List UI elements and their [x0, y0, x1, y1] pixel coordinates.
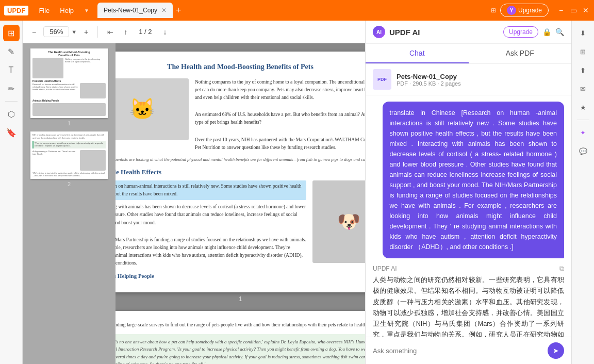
- new-tab-button[interactable]: +: [176, 5, 182, 16]
- intro-text: Nothing compares to the joy of coming ho…: [195, 78, 365, 152]
- file-meta: PDF · 290.5 KB · 2 pages: [397, 80, 564, 87]
- ai-logo-icon: AI: [373, 26, 385, 38]
- rs-ai-sparkle-icon[interactable]: ✦: [575, 124, 591, 141]
- ai-header: AI UPDF AI Upgrade 🔒 🔍: [366, 21, 571, 44]
- sidebar-edit-icon[interactable]: ✎: [3, 43, 20, 60]
- rs-grid-icon[interactable]: ⊞: [575, 43, 591, 60]
- sidebar-layers-icon[interactable]: ⬡: [3, 106, 20, 122]
- chat-input-area: ➤: [366, 337, 571, 364]
- window-controls: − ▭ ✕: [557, 6, 590, 14]
- page-2-thumbnail: NIH is funding large-scale surveys to fi…: [30, 131, 108, 179]
- upgrade-label: Upgrade: [518, 7, 542, 14]
- nav-next-button[interactable]: ↓: [160, 26, 170, 38]
- page-intro-section: 🐱 Nothing compares to the joy of coming …: [116, 78, 365, 152]
- file-info: PDF Pets-New-01_Copy PDF · 290.5 KB · 2 …: [366, 64, 571, 95]
- chat-input[interactable]: [373, 347, 543, 355]
- dog-image: 🐶: [312, 180, 365, 263]
- section-title-2: Animals Helping People: [116, 273, 365, 279]
- body-text-3: Over the past 10 years, NIH has partnere…: [195, 136, 365, 152]
- health-text-col: Research on human-animal interactions is…: [116, 180, 306, 268]
- pdf-viewer[interactable]: The Health and Mood-Boosting Benefits of…: [116, 43, 365, 364]
- sidebar-bookmark-icon[interactable]: 🔖: [3, 124, 20, 141]
- file-details: Pets-New-01_Copy PDF · 290.5 KB · 2 page…: [397, 73, 564, 87]
- upgrade-button[interactable]: Y Upgrade: [500, 4, 549, 17]
- zoom-dropdown-icon[interactable]: ▼: [71, 29, 77, 35]
- search-icon[interactable]: 🔍: [555, 28, 564, 36]
- pdf-page-2: NIH is funding large-scale surveys to fi…: [116, 311, 365, 364]
- tab-label: Pets-New-01_Copy: [104, 7, 157, 14]
- lock-icon[interactable]: 🔒: [542, 28, 551, 36]
- health-section: Research on human-animal interactions is…: [116, 180, 365, 268]
- interacting-text: Interacting with animals has been shown …: [116, 203, 306, 227]
- page-2-number: 2: [68, 181, 71, 187]
- page-2-thumbnail-container[interactable]: NIH is funding large-scale surveys to fi…: [30, 131, 108, 187]
- sidebar-draw-icon[interactable]: ✏: [3, 80, 20, 97]
- copy-icon[interactable]: ⧉: [559, 264, 564, 273]
- sidebar-separator: [5, 101, 18, 102]
- file-name: Pets-New-01_Copy: [397, 73, 564, 80]
- body-text-2: An estimated 68% of U.S. households have…: [195, 111, 365, 126]
- ask-pdf-tab[interactable]: Ask PDF: [469, 44, 572, 63]
- document-tab[interactable]: Pets-New-01_Copy ✕: [97, 3, 173, 18]
- page-1-label: 1: [239, 295, 242, 303]
- ai-response-text: 人类与动物之间的研究仍然相对较新。一些研究表明，它具有积极的健康效果。但结果知名…: [373, 275, 564, 337]
- image-caption: Scientists are looking at what the poten…: [116, 157, 365, 162]
- user-avatar: Y: [507, 6, 516, 15]
- nav-first-button[interactable]: ⇤: [104, 26, 117, 38]
- rs-separator: [577, 120, 589, 120]
- maximize-button[interactable]: ▭: [569, 6, 578, 14]
- title-bar-right: ⊞ Y Upgrade − ▭ ✕: [491, 4, 590, 17]
- rs-mail-icon[interactable]: ✉: [575, 80, 591, 97]
- rs-upload-icon[interactable]: ⬆: [575, 62, 591, 78]
- nav-prev-button[interactable]: ↑: [121, 26, 130, 38]
- ai-upgrade-button[interactable]: Upgrade: [503, 26, 538, 38]
- nih-text: The NIH/Mars Partnership is funding a ra…: [116, 236, 306, 268]
- body-text-1: Nothing compares to the joy of coming ho…: [195, 78, 365, 102]
- ai-title-text: UPDF AI: [389, 28, 420, 37]
- quote-block: 'There's no one answer about how a pet c…: [116, 334, 365, 364]
- chat-tab[interactable]: Chat: [366, 44, 469, 63]
- zoom-value[interactable]: 56%: [43, 26, 69, 37]
- ai-response-block: UPDF AI ⧉ 人类与动物之间的研究仍然相对较新。一些研究表明，它具有积极的…: [373, 264, 564, 337]
- left-sidebar: ⊞ ✎ T ✏ ⬡ 🔖: [0, 21, 23, 364]
- toolbar: − 56% ▼ + ⇤ ↑ 1 / 2 ↓: [23, 21, 365, 43]
- ai-title: AI UPDF AI: [373, 26, 420, 38]
- page-title: The Health and Mood-Boosting Benefits of…: [116, 62, 365, 72]
- minimize-button[interactable]: −: [557, 6, 565, 14]
- rs-download-icon[interactable]: ⬇: [575, 25, 591, 41]
- right-sidebar: ⬇ ⊞ ⬆ ✉ ★ ✦ 💬: [571, 21, 594, 364]
- page-1-thumbnail-container[interactable]: The Health and Mood-BoostingBenefits of …: [30, 48, 108, 126]
- chat-messages: translate in Chinese [Research on human …: [366, 95, 571, 337]
- expand-icon[interactable]: ⊞: [491, 7, 496, 14]
- ai-panel: AI UPDF AI Upgrade 🔒 🔍 Chat Ask PDF PDF …: [365, 21, 571, 364]
- rs-star-icon[interactable]: ★: [575, 99, 591, 115]
- rs-chat-icon[interactable]: 💬: [575, 143, 591, 159]
- sidebar-annotate-icon[interactable]: T: [3, 62, 20, 78]
- tab-close-button[interactable]: ✕: [161, 7, 167, 14]
- send-button[interactable]: ➤: [548, 342, 564, 359]
- page-1-container: The Health and Mood-Boosting Benefits of…: [116, 52, 365, 303]
- close-button[interactable]: ✕: [582, 6, 590, 14]
- cat-image: 🐱: [116, 78, 189, 140]
- user-message: translate in Chinese [Research on human …: [383, 102, 564, 258]
- ai-tabs: Chat Ask PDF: [366, 44, 571, 64]
- menu-dropdown[interactable]: ▼: [80, 6, 93, 15]
- page-1-thumbnail: The Health and Mood-BoostingBenefits of …: [30, 48, 108, 118]
- page-1-number: 1: [68, 120, 71, 126]
- file-menu[interactable]: File: [35, 5, 54, 16]
- app-logo: UPDF: [4, 6, 28, 15]
- main-area: ⊞ ✎ T ✏ ⬡ 🔖 − 56% ▼ + ⇤ ↑ 1 / 2 ↓: [0, 21, 594, 364]
- ai-response-label: UPDF AI: [373, 265, 397, 272]
- nih-funding-text: NIH is funding large-scale surveys to fi…: [116, 321, 365, 329]
- thumbnail-sidebar: The Health and Mood-BoostingBenefits of …: [23, 43, 116, 364]
- help-menu[interactable]: Help: [56, 5, 78, 16]
- sidebar-home-icon[interactable]: ⊞: [3, 25, 20, 41]
- zoom-in-button[interactable]: +: [81, 26, 91, 38]
- research-text-highlighted: Research on human-animal interactions is…: [116, 180, 306, 200]
- ai-header-controls: Upgrade 🔒 🔍: [503, 26, 564, 38]
- page-2-container: NIH is funding large-scale surveys to fi…: [116, 311, 365, 364]
- zoom-area: 56% ▼: [43, 26, 77, 37]
- tab-area: Pets-New-01_Copy ✕ +: [97, 3, 487, 18]
- title-bar: UPDF File Help ▼ Pets-New-01_Copy ✕ + ⊞ …: [0, 0, 594, 21]
- zoom-out-button[interactable]: −: [29, 26, 39, 38]
